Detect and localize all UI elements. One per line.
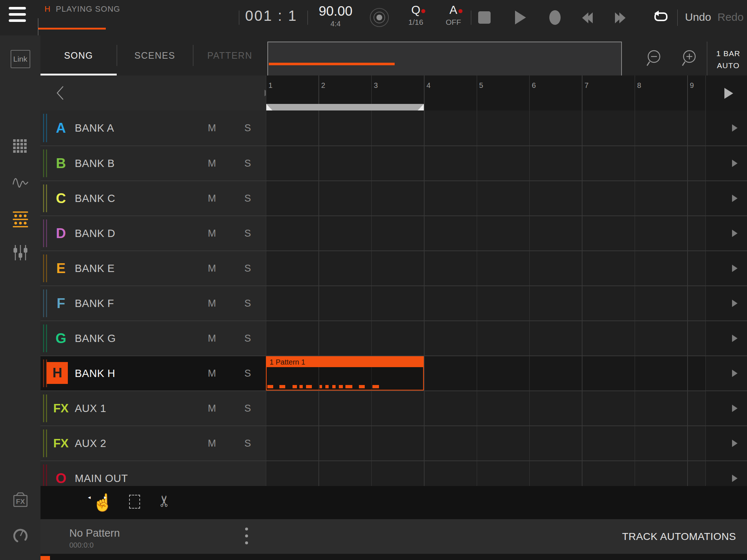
mixer-icon[interactable] — [0, 244, 40, 261]
rewind-icon[interactable] — [582, 12, 591, 23]
track-header-bank-b[interactable]: BBANK BMS — [40, 146, 266, 180]
track-header-bank-a[interactable]: ABANK AMS — [40, 110, 266, 145]
track-play-icon[interactable] — [732, 405, 738, 412]
record-icon[interactable] — [549, 10, 561, 25]
solo-button[interactable]: S — [240, 356, 255, 390]
track-play-icon[interactable] — [732, 300, 738, 307]
tab-song[interactable]: SONG — [40, 35, 117, 75]
track-timeline-lane[interactable] — [266, 391, 705, 425]
track-timeline-lane[interactable] — [266, 426, 705, 460]
song-overview-strip[interactable] — [267, 42, 622, 78]
solo-button[interactable]: S — [240, 251, 255, 285]
track-timeline-lane[interactable] — [266, 461, 705, 486]
follow-playhead-icon[interactable] — [724, 88, 733, 99]
step-sequencer-icon[interactable] — [0, 211, 40, 228]
loop-region-handle[interactable] — [266, 104, 424, 110]
automation-button[interactable]: A OFF — [437, 3, 470, 27]
solo-button[interactable]: S — [240, 216, 255, 250]
undo-button[interactable]: Undo — [685, 11, 711, 23]
track-header-bank-d[interactable]: DBANK DMS — [40, 216, 266, 250]
tab-pattern[interactable]: PATTERN — [193, 35, 267, 75]
track-timeline-lane[interactable] — [266, 286, 705, 320]
track-play-icon[interactable] — [732, 370, 738, 377]
clip-note-dash — [320, 385, 322, 388]
track-header-bank-e[interactable]: EBANK EMS — [40, 251, 266, 285]
track-timeline-lane[interactable] — [266, 146, 705, 180]
track-header-bank-g[interactable]: GBANK GMS — [40, 321, 266, 355]
mute-button[interactable]: M — [205, 426, 219, 460]
tab-scenes[interactable]: SCENES — [117, 35, 193, 75]
stop-icon[interactable] — [478, 11, 491, 24]
kebab-menu-icon[interactable] — [245, 528, 248, 544]
fx-pedal-icon[interactable]: FX — [0, 492, 40, 508]
track-play-icon[interactable] — [732, 475, 738, 482]
app-root: H PLAYING SONG 001 : 1 90.00 4:4 Q 1/16 … — [0, 0, 747, 560]
solo-button[interactable]: S — [240, 391, 255, 425]
solo-button[interactable]: S — [240, 426, 255, 460]
mute-button[interactable]: M — [205, 216, 219, 250]
marquee-select-icon[interactable] — [129, 495, 140, 509]
track-timeline-lane[interactable] — [266, 110, 705, 145]
redo-button[interactable]: Redo — [717, 11, 744, 23]
zoom-in-icon[interactable] — [679, 48, 700, 69]
hamburger-menu-icon[interactable] — [9, 7, 26, 22]
track-play-icon[interactable] — [732, 265, 738, 272]
mute-button[interactable]: M — [205, 251, 219, 285]
play-icon[interactable] — [515, 11, 526, 24]
waveform-icon[interactable] — [0, 177, 40, 190]
pattern-name-label[interactable]: No Pattern — [69, 527, 120, 539]
track-play-icon[interactable] — [732, 440, 738, 447]
track-letter: G — [47, 321, 75, 355]
mute-button[interactable]: M — [205, 146, 219, 180]
bar-ruler[interactable]: 123456789 — [266, 75, 705, 110]
pattern-clip[interactable]: 1 Pattern 1 — [266, 356, 424, 390]
pattern-clip-header[interactable]: 1 Pattern 1 — [267, 357, 423, 367]
knob-icon[interactable] — [0, 527, 40, 545]
hand-arrow-right: ▸ — [104, 494, 107, 501]
track-header-aux-1[interactable]: FXAUX 1MS — [40, 391, 266, 425]
solo-button[interactable]: S — [240, 146, 255, 180]
mute-button[interactable]: M — [205, 391, 219, 425]
mute-button[interactable]: M — [205, 321, 219, 355]
hand-tool-icon[interactable]: ◂ ☝ ▸ — [88, 491, 110, 513]
track-play-icon[interactable] — [732, 230, 738, 237]
playhead-position-display[interactable]: 001 : 1 — [245, 8, 297, 24]
track-header-main-out[interactable]: OMAIN OUT — [40, 461, 266, 486]
fast-forward-icon[interactable] — [617, 12, 626, 23]
zoom-out-icon[interactable] — [644, 48, 664, 69]
metronome-icon[interactable] — [368, 6, 391, 29]
track-name: BANK F — [75, 286, 114, 320]
solo-button[interactable]: S — [240, 286, 255, 320]
mute-button[interactable]: M — [205, 110, 219, 145]
mute-button[interactable]: M — [205, 356, 219, 390]
track-play-icon[interactable] — [732, 335, 738, 342]
track-timeline-lane[interactable] — [266, 321, 705, 355]
quantize-button[interactable]: Q 1/16 — [399, 3, 432, 27]
track-automations-button[interactable]: TRACK AUTOMATIONS — [622, 519, 736, 554]
chevron-left-icon[interactable] — [55, 85, 65, 101]
solo-button[interactable]: S — [240, 181, 255, 215]
track-name: BANK D — [75, 216, 115, 250]
mute-button[interactable]: M — [205, 181, 219, 215]
track-letter: FX — [47, 391, 75, 425]
mute-button[interactable]: M — [205, 286, 219, 320]
track-header-bank-c[interactable]: CBANK CMS — [40, 181, 266, 215]
track-play-icon[interactable] — [732, 160, 738, 167]
track-timeline-lane[interactable] — [266, 216, 705, 250]
bar-mode-button[interactable]: 1 BAR AUTO — [709, 42, 747, 78]
track-header-bank-h[interactable]: HBANK HMS — [40, 356, 266, 390]
scissors-icon[interactable]: ✂ — [155, 495, 173, 508]
pad-grid-icon[interactable] — [0, 139, 40, 154]
loop-icon[interactable] — [652, 10, 670, 25]
track-header-aux-2[interactable]: FXAUX 2MS — [40, 426, 266, 460]
track-play-icon[interactable] — [732, 195, 738, 202]
track-timeline-lane[interactable] — [266, 251, 705, 285]
clip-note-dash — [293, 385, 297, 388]
ableton-link-button[interactable]: Link — [0, 50, 40, 68]
solo-button[interactable]: S — [240, 321, 255, 355]
track-play-icon[interactable] — [732, 124, 738, 132]
solo-button[interactable]: S — [240, 110, 255, 145]
track-timeline-lane[interactable] — [266, 181, 705, 215]
track-header-bank-f[interactable]: FBANK FMS — [40, 286, 266, 320]
tempo-display[interactable]: 90.00 4:4 — [313, 4, 358, 28]
